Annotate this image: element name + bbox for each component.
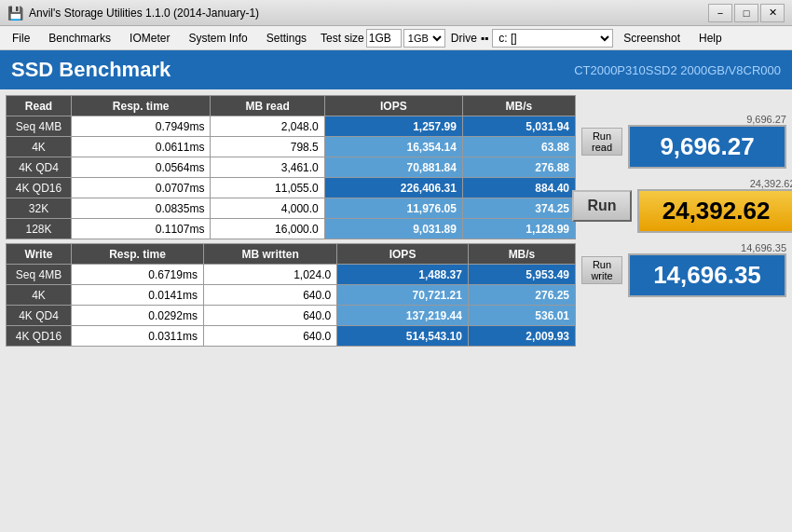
main-content: Read Resp. time MB read IOPS MB/s Seq 4M… <box>0 89 792 532</box>
read-table-row: Seq 4MB0.7949ms2,048.01,257.995,031.94 <box>7 116 576 137</box>
read-cell: 16,354.14 <box>324 137 462 157</box>
testsize-label: Test size <box>321 32 364 45</box>
write-table-row: Seq 4MB0.6719ms1,024.01,488.375,953.49 <box>7 265 576 285</box>
read-cell: 0.0564ms <box>72 157 211 178</box>
drive-select[interactable]: c: [] <box>492 29 613 48</box>
benchmark-area: Read Resp. time MB read IOPS MB/s Seq 4M… <box>0 89 792 532</box>
mbwritten-col-header: MB written <box>203 244 336 265</box>
read-cell: 0.1107ms <box>72 219 211 239</box>
read-table-row: 32K0.0835ms4,000.011,976.05374.25 <box>7 198 576 219</box>
read-score-label: 9,696.27 <box>628 114 786 125</box>
app-header: SSD Benchmark CT2000P310SSD2 2000GB/V8CR… <box>0 50 792 89</box>
read-cell: 4K QD4 <box>7 157 72 178</box>
read-cell: 884.40 <box>462 178 575 198</box>
write-score-label: 14,696.35 <box>628 242 786 253</box>
title-bar-text: Anvil's Storage Utilities 1.1.0 (2014-Ja… <box>29 7 708 20</box>
write-cell: 1,024.0 <box>203 265 336 285</box>
write-cell: Seq 4MB <box>7 265 72 285</box>
screenshot-button[interactable]: Screenshot <box>615 28 689 48</box>
total-score-display: 24,392.62 <box>637 189 792 233</box>
read-cell: 276.88 <box>462 157 575 178</box>
menu-sysinfo[interactable]: System Info <box>180 28 255 48</box>
menu-benchmarks[interactable]: Benchmarks <box>40 28 119 48</box>
write-cell: 276.25 <box>468 285 575 306</box>
write-table-row: 4K QD40.0292ms640.0137,219.44536.01 <box>7 306 576 326</box>
menu-help[interactable]: Help <box>690 28 731 48</box>
run-total-row: Run 24,392.62 24,392.62 <box>572 178 792 233</box>
write-table: Write Resp. time MB written IOPS MB/s Se… <box>6 243 576 347</box>
mbs-read-col-header: MB/s <box>462 96 575 116</box>
read-score-display: 9,696.27 <box>628 125 786 169</box>
read-cell: 226,406.31 <box>324 178 462 198</box>
menu-bar: File Benchmarks IOMeter System Info Sett… <box>0 26 792 50</box>
write-cell: 0.0141ms <box>72 285 204 306</box>
resptime-write-header: Resp. time <box>72 244 204 265</box>
write-table-row: 4K0.0141ms640.070,721.21276.25 <box>7 285 576 306</box>
mbs-write-col-header: MB/s <box>468 244 575 265</box>
read-cell: 32K <box>7 198 72 219</box>
write-cell: 137,219.44 <box>337 306 469 326</box>
read-cell: 374.25 <box>462 198 575 219</box>
read-cell: 0.0835ms <box>72 198 211 219</box>
write-col-header: Write <box>7 244 72 265</box>
read-cell: 70,881.84 <box>324 157 462 178</box>
write-cell: 2,009.93 <box>468 326 575 347</box>
write-cell: 4K <box>7 285 72 306</box>
read-cell: 0.0611ms <box>72 137 211 157</box>
write-cell: 0.6719ms <box>72 265 204 285</box>
read-cell: 1,257.99 <box>324 116 462 137</box>
read-cell: 16,000.0 <box>211 219 324 239</box>
run-read-row: Run read 9,696.27 9,696.27 <box>581 114 786 169</box>
app-title: SSD Benchmark <box>11 58 171 82</box>
menu-file[interactable]: File <box>4 28 38 48</box>
resptime-col-header: Resp. time <box>72 96 211 116</box>
drive-icon: ▪▪ <box>481 32 489 45</box>
read-cell: 11,976.05 <box>324 198 462 219</box>
write-cell: 0.0292ms <box>72 306 204 326</box>
testsize-input[interactable] <box>366 29 402 48</box>
read-cell: 2,048.0 <box>211 116 324 137</box>
write-cell: 514,543.10 <box>337 326 469 347</box>
iops-write-col-header: IOPS <box>337 244 469 265</box>
run-write-row: Run write 14,696.35 14,696.35 <box>581 242 786 297</box>
run-read-button[interactable]: Run read <box>581 128 622 156</box>
minimize-button[interactable]: − <box>708 4 732 22</box>
read-cell: 4K <box>7 137 72 157</box>
read-cell: 0.0707ms <box>72 178 211 198</box>
app-icon: 💾 <box>7 6 23 20</box>
run-write-button[interactable]: Run write <box>581 256 622 284</box>
write-score-display: 14,696.35 <box>628 253 786 297</box>
write-cell: 536.01 <box>468 306 575 326</box>
read-cell: 1,128.99 <box>462 219 575 239</box>
drive-label: Drive <box>451 32 477 45</box>
testsize-dropdown[interactable]: 1GB2GB4GB <box>403 29 445 48</box>
read-table: Read Resp. time MB read IOPS MB/s Seq 4M… <box>6 95 576 239</box>
write-cell: 0.0311ms <box>72 326 204 347</box>
menu-iometer[interactable]: IOMeter <box>121 28 178 48</box>
write-table-row: 4K QD160.0311ms640.0514,543.102,009.93 <box>7 326 576 347</box>
read-cell: 4,000.0 <box>211 198 324 219</box>
write-cell: 70,721.21 <box>337 285 469 306</box>
read-cell: 0.7949ms <box>72 116 211 137</box>
write-cell: 5,953.49 <box>468 265 575 285</box>
close-button[interactable]: ✕ <box>760 4 785 22</box>
write-cell: 4K QD16 <box>7 326 72 347</box>
title-bar: 💾 Anvil's Storage Utilities 1.1.0 (2014-… <box>0 0 792 26</box>
mbread-col-header: MB read <box>211 96 324 116</box>
write-cell: 640.0 <box>203 285 336 306</box>
run-button[interactable]: Run <box>572 190 631 222</box>
read-cell: 4K QD16 <box>7 178 72 198</box>
table-section: Read Resp. time MB read IOPS MB/s Seq 4M… <box>6 95 576 526</box>
iops-read-col-header: IOPS <box>324 96 462 116</box>
menu-settings[interactable]: Settings <box>258 28 315 48</box>
write-cell: 640.0 <box>203 306 336 326</box>
write-cell: 1,488.37 <box>337 265 469 285</box>
read-cell: 128K <box>7 219 72 239</box>
read-cell: Seq 4MB <box>7 116 72 137</box>
maximize-button[interactable]: □ <box>734 4 758 22</box>
read-table-row: 4K QD160.0707ms11,055.0226,406.31884.40 <box>7 178 576 198</box>
read-cell: 63.88 <box>462 137 575 157</box>
read-table-row: 4K QD40.0564ms3,461.070,881.84276.88 <box>7 157 576 178</box>
read-table-row: 128K0.1107ms16,000.09,031.891,128.99 <box>7 219 576 239</box>
read-cell: 3,461.0 <box>211 157 324 178</box>
